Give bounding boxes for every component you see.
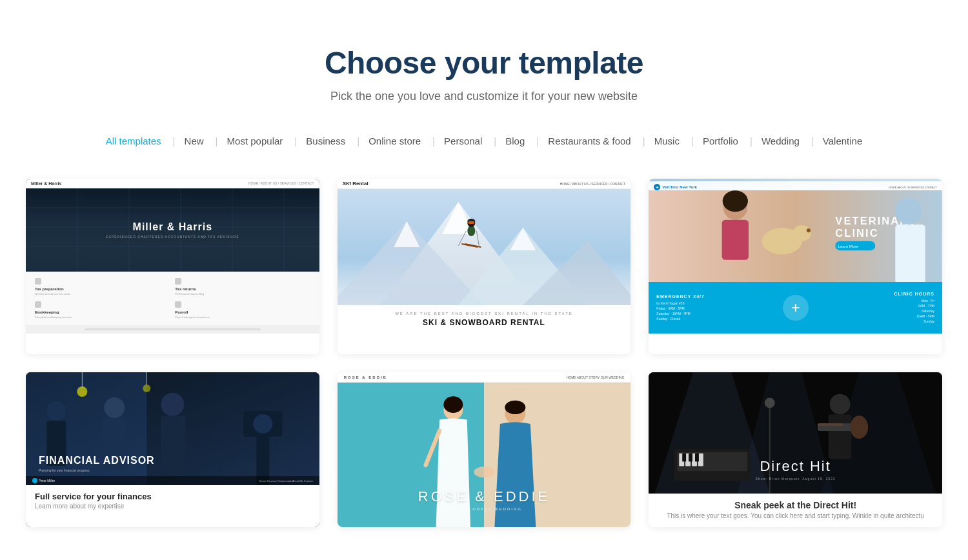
template-card-veterinary[interactable]: + VetClinic New York HOME ABOUT US SERVI… bbox=[649, 179, 942, 354]
tab-online-store[interactable]: Online store bbox=[357, 129, 432, 153]
card4-main-title: Full service for your finances bbox=[35, 492, 310, 501]
card6-subtitle: This is where your text goes. You can cl… bbox=[658, 512, 933, 519]
wedding-subtitle: OUR COLORFUL WEDDING bbox=[418, 507, 550, 511]
template-card-financial[interactable]: FINANCIAL ADVISOR Planning for your fina… bbox=[26, 372, 319, 527]
vet-plus-icon: + bbox=[654, 184, 660, 190]
card2-nav: HOME / ABOUT US / SERVICES / CONTACT bbox=[560, 182, 626, 186]
card6-preview: The Crosshairs HOME THE BAND TOUR MERCHA… bbox=[649, 372, 942, 527]
svg-point-58 bbox=[505, 401, 525, 414]
card4-preview: FINANCIAL ADVISOR Planning for your fina… bbox=[26, 372, 319, 527]
svg-point-67 bbox=[851, 415, 869, 439]
page-header: Choose your template Pick the one you lo… bbox=[26, 26, 942, 129]
page-container: Choose your template Pick the one you lo… bbox=[0, 0, 968, 560]
svg-point-64 bbox=[830, 394, 851, 415]
template-card-ski-rental[interactable]: SKI Rental HOME / ABOUT US / SERVICES / … bbox=[338, 179, 631, 354]
card1-service-2: Tax returns Professional returns filing bbox=[175, 278, 310, 296]
svg-rect-36 bbox=[896, 225, 925, 282]
card1-service-4: Payroll Payroll management solutions bbox=[175, 301, 310, 319]
vet-logo: + VetClinic New York bbox=[654, 184, 697, 190]
card1-services: Tax preparation We help with all your ta… bbox=[26, 272, 319, 325]
fin-advisor-sub: Planning for your financial progress bbox=[39, 468, 155, 472]
card1-service-3: Bookkeeping Complete bookkeeping service… bbox=[35, 301, 170, 319]
card4-image: FINANCIAL ADVISOR Planning for your fina… bbox=[26, 372, 319, 485]
card5-overlay-text: ROSE & EDDIE OUR COLORFUL WEDDING bbox=[418, 488, 550, 511]
svg-point-70 bbox=[765, 398, 775, 408]
wedding-names: ROSE & EDDIE bbox=[418, 488, 550, 505]
fin-logo: Peter Miller bbox=[32, 478, 55, 483]
tab-valentine[interactable]: Valentine bbox=[811, 129, 874, 153]
tab-business[interactable]: Business bbox=[294, 129, 357, 153]
card3-info-bar: EMERGENCY 24/7 by Kerri Hogan #36 Friday… bbox=[649, 282, 942, 334]
svg-point-41 bbox=[104, 397, 125, 418]
card1-nav-links: HOME / ABOUT US / SERVICES / CONTACT bbox=[248, 181, 314, 185]
card4-nav: Peter Miller Home Services Testimonials … bbox=[26, 476, 319, 485]
fin-logo-icon bbox=[32, 478, 37, 483]
template-card-miller-harris[interactable]: Miller & Harris HOME / ABOUT US / SERVIC… bbox=[26, 179, 319, 354]
svg-point-39 bbox=[46, 401, 66, 421]
card1-text: Miller & Harris EXPERIENCED CHARTERED AC… bbox=[106, 221, 239, 239]
svc-icon-1 bbox=[35, 278, 41, 285]
card5-nav-links: HOME ABOUT STORY OUR WEDDING bbox=[567, 375, 625, 379]
svg-rect-65 bbox=[829, 414, 852, 459]
card1-info bbox=[26, 334, 319, 354]
band-title: Direct Hit bbox=[756, 458, 836, 475]
card1-preview: Miller & Harris HOME / ABOUT US / SERVIC… bbox=[26, 179, 319, 334]
tab-wedding[interactable]: Wedding bbox=[750, 129, 811, 153]
card3-hours: CLINIC HOURS Mon - Fri 9AM - 7PM Saturda… bbox=[814, 292, 934, 325]
svg-rect-79 bbox=[695, 454, 699, 462]
svg-point-46 bbox=[253, 414, 272, 434]
card3-top: + VetClinic New York HOME ABOUT US SERVI… bbox=[649, 179, 942, 282]
card4-text: Full service for your finances Learn mor… bbox=[26, 485, 319, 527]
svg-point-35 bbox=[896, 198, 922, 225]
svg-rect-26 bbox=[722, 220, 749, 260]
tab-personal[interactable]: Personal bbox=[432, 129, 494, 153]
card5-nav: ROSE & EDDIE HOME ABOUT STORY OUR WEDDIN… bbox=[338, 372, 631, 383]
card3-nav-links: HOME ABOUT US SERVICES CONTACT bbox=[889, 186, 937, 189]
svg-rect-78 bbox=[689, 454, 692, 462]
svc-icon-2 bbox=[175, 278, 181, 285]
svg-rect-19 bbox=[468, 221, 474, 224]
svg-rect-68 bbox=[818, 423, 843, 426]
card5-preview: ROSE & EDDIE HOME ABOUT STORY OUR WEDDIN… bbox=[338, 372, 631, 527]
band-subtitle: Show: Brian Marquart, August 18, 2022 bbox=[756, 477, 836, 481]
card6-text: Sneak peek at the Direct Hit! This is wh… bbox=[649, 494, 942, 527]
tab-restaurants-food[interactable]: Restaurants & food bbox=[536, 129, 642, 153]
svg-point-49 bbox=[77, 386, 87, 397]
card3-emergency: EMERGENCY 24/7 by Kerri Hogan #36 Friday… bbox=[656, 294, 777, 322]
card3-plus-button: + bbox=[783, 295, 809, 321]
card5-image: ROSE & EDDIE OUR COLORFUL WEDDING bbox=[338, 383, 631, 527]
svg-point-16 bbox=[467, 226, 475, 236]
vet-logo-text: VetClinic New York bbox=[662, 185, 697, 189]
template-card-rose-eddie[interactable]: ROSE & EDDIE HOME ABOUT STORY OUR WEDDIN… bbox=[338, 372, 631, 527]
card5-brand: ROSE & EDDIE bbox=[344, 375, 387, 379]
tab-all-templates[interactable]: All templates bbox=[94, 129, 173, 153]
tab-portfolio[interactable]: Portfolio bbox=[691, 129, 750, 153]
page-title: Choose your template bbox=[26, 45, 942, 81]
card2-preview: SKI Rental HOME / ABOUT US / SERVICES / … bbox=[338, 179, 631, 334]
svg-text:Learn More: Learn More bbox=[838, 244, 859, 248]
svg-rect-77 bbox=[683, 454, 687, 462]
tab-most-popular[interactable]: Most popular bbox=[216, 129, 295, 153]
svg-point-43 bbox=[161, 393, 184, 416]
svg-text:CLINIC: CLINIC bbox=[836, 227, 879, 239]
page-subtitle: Pick the one you love and customize it f… bbox=[26, 90, 942, 103]
tab-blog[interactable]: Blog bbox=[494, 129, 536, 153]
card2-brand: SKI Rental bbox=[343, 181, 368, 186]
svg-point-27 bbox=[723, 190, 748, 212]
card1-hero: Miller & Harris EXPERIENCED CHARTERED AC… bbox=[26, 188, 319, 272]
card4-hero-text: FINANCIAL ADVISOR Planning for your fina… bbox=[39, 455, 155, 472]
vet-image-area: VETERINARY CLINIC Learn More bbox=[649, 190, 942, 282]
fin-advisor-title: FINANCIAL ADVISOR bbox=[39, 455, 155, 466]
tab-music[interactable]: Music bbox=[643, 129, 691, 153]
card1-service-1: Tax preparation We help with all your ta… bbox=[35, 278, 170, 296]
svg-point-55 bbox=[443, 396, 463, 413]
card6-image: The Crosshairs HOME THE BAND TOUR MERCHA… bbox=[649, 372, 942, 494]
templates-grid: Miller & Harris HOME / ABOUT US / SERVIC… bbox=[26, 179, 942, 527]
card1-brand: Miller & Harris bbox=[31, 181, 61, 186]
template-card-direct-hit[interactable]: The Crosshairs HOME THE BAND TOUR MERCHA… bbox=[649, 372, 942, 527]
svc-icon-3 bbox=[35, 301, 41, 308]
svg-point-51 bbox=[143, 385, 150, 392]
card2-title: SKI & SNOWBOARD RENTAL bbox=[344, 318, 625, 327]
card3-preview: + VetClinic New York HOME ABOUT US SERVI… bbox=[649, 179, 942, 334]
tab-new[interactable]: New bbox=[173, 129, 216, 153]
